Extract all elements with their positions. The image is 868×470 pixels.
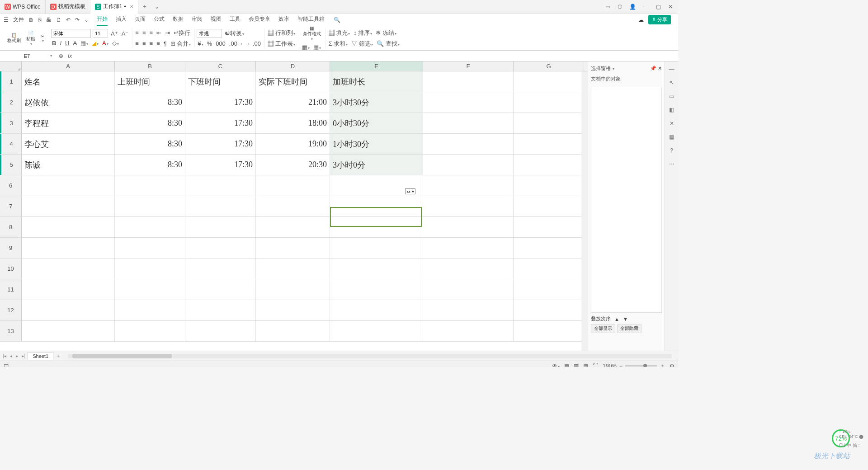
select-tool-icon[interactable]: ↖	[670, 80, 674, 86]
clear-format-icon[interactable]: ◇▾	[111, 39, 120, 47]
cell[interactable]	[514, 238, 584, 258]
tab-add-button[interactable]: ＋	[138, 3, 151, 10]
cell[interactable]	[22, 300, 115, 320]
cell[interactable]	[185, 196, 256, 216]
zoom-in-icon[interactable]: ＋	[660, 362, 665, 367]
cell[interactable]	[256, 175, 330, 196]
indent-inc-icon[interactable]: ⇥	[164, 28, 171, 37]
border-icon[interactable]: ▦▾	[80, 39, 89, 47]
cell[interactable]	[256, 300, 330, 320]
worksheet-button[interactable]: ▦ 工作表▾	[267, 39, 296, 49]
sheet-nav-first-icon[interactable]: |◂	[2, 353, 7, 358]
column-header[interactable]: C	[185, 61, 256, 71]
cell[interactable]: 19:00	[256, 134, 330, 154]
font-grow-icon[interactable]: A⁺	[110, 29, 119, 38]
cell[interactable]	[185, 258, 256, 279]
cell[interactable]: 8:30	[115, 92, 185, 113]
format-painter-button[interactable]: 📋格式刷	[5, 32, 23, 45]
menu-tab[interactable]: 页面	[135, 14, 146, 26]
font-color-icon[interactable]: A▾	[101, 39, 109, 47]
cell[interactable]	[115, 196, 185, 216]
italic-icon[interactable]: I	[59, 39, 62, 47]
find-button[interactable]: 🔍 查找▾	[376, 39, 401, 49]
hide-all-button[interactable]: 全部隐藏	[617, 324, 642, 333]
tab-list-button[interactable]: ⌄	[151, 4, 163, 10]
cell[interactable]: 3小时30分	[330, 92, 423, 113]
cell[interactable]	[330, 279, 423, 300]
print-icon[interactable]: 🖶	[46, 17, 52, 23]
cell[interactable]	[22, 238, 115, 258]
cell[interactable]	[514, 71, 584, 92]
window-tab[interactable]: WWPS Office	[0, 0, 46, 14]
menu-tab[interactable]: 数据	[173, 14, 184, 26]
cell[interactable]	[256, 238, 330, 258]
cell[interactable]	[22, 321, 115, 341]
menu-tab[interactable]: 审阅	[192, 14, 203, 26]
cell[interactable]: 加班时长	[330, 71, 423, 92]
row-header[interactable]: 7	[0, 196, 22, 216]
cell[interactable]	[115, 175, 185, 196]
strike-icon[interactable]: A	[72, 39, 78, 47]
menu-tab[interactable]: 效率	[278, 14, 289, 26]
minimize-icon[interactable]: —	[643, 4, 649, 10]
cell[interactable]	[423, 238, 514, 258]
tools-icon[interactable]: ✕	[670, 120, 674, 127]
bold-icon[interactable]: B	[51, 39, 57, 47]
menu-tab[interactable]: 插入	[116, 14, 127, 26]
fx-icon[interactable]: fx	[68, 53, 72, 59]
cell[interactable]	[514, 258, 584, 279]
move-up-icon[interactable]: ▲	[614, 316, 619, 322]
collapse-rail-icon[interactable]: —	[669, 66, 675, 72]
filter-button[interactable]: ▽ 筛选▾	[350, 39, 374, 49]
undo-icon[interactable]: ↶	[66, 17, 71, 23]
cell[interactable]	[185, 300, 256, 320]
row-header[interactable]: 8	[0, 217, 22, 237]
cell[interactable]	[423, 175, 514, 196]
row-header[interactable]: 5	[0, 155, 22, 175]
cell[interactable]	[330, 258, 423, 279]
cell[interactable]: 18:00	[256, 113, 330, 133]
cell[interactable]	[423, 155, 514, 175]
zoom-out-icon[interactable]: −	[619, 363, 623, 367]
table-style-icon[interactable]: ▦▾	[312, 43, 322, 52]
menu-tab[interactable]: 智能工具箱	[297, 14, 325, 26]
redo-icon[interactable]: ↷	[75, 17, 80, 23]
select-all-corner[interactable]	[0, 61, 22, 71]
menu-tab[interactable]: 会员专享	[249, 14, 270, 26]
cell[interactable]	[185, 321, 256, 341]
cell[interactable]	[423, 196, 514, 216]
font-size-select[interactable]	[93, 29, 108, 38]
row-header[interactable]: 11	[0, 279, 22, 300]
merge-button[interactable]: ⊞ 合并▾	[170, 39, 192, 49]
cell[interactable]	[115, 238, 185, 258]
cell[interactable]	[22, 258, 115, 279]
pin-icon[interactable]: 📌	[650, 66, 656, 71]
cell[interactable]	[330, 300, 423, 320]
wrap-button[interactable]: ↵换行	[173, 28, 191, 38]
settings-icon[interactable]: ⚙	[670, 363, 675, 367]
cell[interactable]: 17:30	[185, 134, 256, 154]
column-header[interactable]: E	[330, 61, 423, 71]
cell[interactable]	[256, 217, 330, 237]
grid-tool-icon[interactable]: ▦	[669, 134, 674, 140]
cell[interactable]: 陈诚	[22, 155, 115, 175]
cell[interactable]	[423, 134, 514, 154]
dec-dec-icon[interactable]: ←.00	[246, 39, 262, 48]
align-mid-icon[interactable]: ≡	[142, 28, 147, 37]
window-tab[interactable]: D找稻壳模板	[46, 0, 90, 14]
eye-icon[interactable]: 👁▾	[552, 363, 560, 367]
number-format-select[interactable]	[197, 29, 222, 38]
column-header[interactable]: B	[115, 61, 185, 71]
close-icon[interactable]: ✕	[668, 4, 673, 10]
align-left-icon[interactable]: ≡	[134, 39, 140, 48]
row-header[interactable]: 3	[0, 113, 22, 133]
vertical-scrollbar[interactable]	[581, 71, 588, 351]
cell[interactable]	[115, 217, 185, 237]
cell[interactable]: 赵依依	[22, 92, 115, 113]
cell[interactable]	[115, 300, 185, 320]
cell[interactable]: 20:30	[256, 155, 330, 175]
convert-button[interactable]: ☯转换▾	[224, 28, 245, 38]
cell[interactable]: 21:00	[256, 92, 330, 113]
sum-button[interactable]: Σ 求和▾	[328, 39, 349, 49]
chevron-down-icon[interactable]: ⌄	[84, 17, 89, 23]
